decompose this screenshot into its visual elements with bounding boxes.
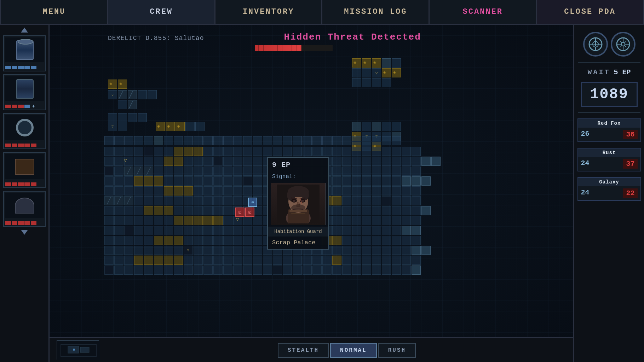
crew-stats-rust: 24 37 (578, 157, 640, 171)
item-2-bars: + (5, 103, 44, 108)
crew-stats-red-fox: 26 36 (578, 128, 640, 141)
normal-mode-button[interactable]: NORMAL (330, 343, 377, 358)
crew-name-red-fox: Red Fox (578, 119, 640, 128)
item-icon-5 (5, 193, 44, 218)
item-icon-4 (5, 154, 44, 179)
crew-stat1-galaxy: 24 (581, 188, 590, 198)
tooltip-portrait (271, 183, 326, 225)
svg-line-40 (620, 46, 622, 47)
main-layout: + (0, 25, 644, 362)
crew-member-red-fox[interactable]: Red Fox 26 36 (577, 118, 641, 142)
tooltip-signal-label: Signal: (268, 172, 328, 181)
location-title: DERELICT D.855: Salutao (108, 35, 204, 42)
control-icons-row (583, 32, 636, 57)
svg-rect-17 (291, 213, 305, 214)
item-icon-2 (5, 76, 44, 101)
inventory-item-1[interactable] (3, 35, 46, 71)
close-pda-button[interactable]: CLOSE PDA (537, 0, 644, 24)
bottom-left-panel (50, 337, 226, 362)
bottom-movement-bar: STEALTH NORMAL RUSH (50, 337, 573, 362)
wait-row: WAIT 5 EP (578, 68, 640, 76)
inventory-item-2[interactable]: + (3, 74, 46, 110)
inventory-button[interactable]: INVENTORY (215, 0, 323, 24)
sidebar-scroll-down[interactable] (21, 230, 28, 235)
grid-container: ▽ ▽ ▽ (104, 51, 570, 335)
item-icon-3 (5, 115, 44, 140)
svg-line-37 (620, 41, 622, 43)
portrait-face (271, 183, 326, 225)
mission-log-button[interactable]: MISSION LOG (322, 0, 430, 24)
mini-map-thumbnail (57, 340, 99, 360)
crew-hp-rust: 37 (623, 159, 637, 169)
top-nav: MENU CREW INVENTORY MISSION LOG SCANNER … (0, 0, 644, 25)
crew-name-rust: Rust (578, 148, 640, 157)
crew-member-galaxy[interactable]: Galaxy 24 22 (577, 177, 641, 201)
enemy-unit-marker[interactable]: ⊡ (235, 208, 245, 217)
threat-bar (255, 45, 301, 51)
item-3-bars (5, 141, 44, 147)
stealth-mode-button[interactable]: STEALTH (278, 343, 329, 358)
down-arrow-2: ▽ (124, 157, 127, 163)
down-arrow-1: ▽ (236, 216, 239, 222)
threat-bar-container (255, 45, 333, 51)
turn-counter: 1089 (581, 82, 638, 107)
svg-line-39 (625, 41, 626, 43)
svg-rect-21 (80, 347, 89, 352)
crew-stat1-rust: 24 (581, 159, 590, 169)
left-sidebar: + (0, 25, 50, 362)
map-area[interactable]: DERELICT D.855: Salutao Hidden Threat De… (50, 25, 573, 362)
wait-ep-value: 5 EP (614, 68, 631, 76)
crew-member-rust[interactable]: Rust 24 37 (577, 148, 641, 171)
inventory-item-4[interactable] (3, 152, 46, 188)
crew-hp-red-fox: 36 (623, 130, 637, 139)
item-icon-1 (5, 37, 44, 62)
sidebar-scroll-up[interactable] (21, 28, 28, 33)
svg-point-10 (293, 200, 295, 202)
divider-1 (578, 62, 640, 63)
right-panel: WAIT 5 EP 1089 Red Fox 26 36 Rust 24 37 … (573, 25, 644, 362)
inventory-item-3[interactable] (3, 113, 46, 149)
aim-control-button[interactable] (611, 32, 636, 57)
move-control-button[interactable] (583, 32, 608, 57)
svg-line-38 (625, 46, 626, 47)
active-unit-marker[interactable]: ⊙ (248, 198, 257, 207)
crew-hp-galaxy: 22 (623, 188, 637, 198)
threat-bar-ticks (255, 45, 301, 51)
crew-name-galaxy: Galaxy (578, 178, 640, 186)
item-1-bars (5, 64, 44, 69)
enemy-unit-marker-2[interactable]: ⊡ (245, 208, 254, 217)
crew-stats-galaxy: 24 22 (578, 186, 640, 200)
svg-point-11 (301, 200, 304, 202)
svg-point-32 (621, 42, 625, 46)
wait-label: WAIT (587, 68, 610, 76)
item-5-bars (5, 219, 44, 225)
svg-rect-16 (289, 210, 307, 212)
tooltip-faction: Scrap Palace (268, 237, 328, 249)
item-4-bars (5, 180, 44, 186)
scanner-button[interactable]: SCANNER (430, 0, 537, 24)
rush-mode-button[interactable]: RUSH (378, 343, 416, 358)
svg-point-22 (73, 349, 75, 351)
tooltip-ep: 9 EP (268, 158, 328, 172)
tooltip-unit-name: Habitation Guard (268, 227, 328, 237)
crew-stat1-red-fox: 26 (581, 130, 590, 139)
unit-tooltip: 9 EP Signal: (267, 157, 329, 250)
divider-2 (578, 112, 640, 113)
crew-button[interactable]: CREW (108, 0, 215, 24)
inventory-item-5[interactable] (3, 191, 46, 227)
menu-button[interactable]: MENU (0, 0, 108, 24)
threat-alert: Hidden Threat Detected (284, 32, 421, 42)
